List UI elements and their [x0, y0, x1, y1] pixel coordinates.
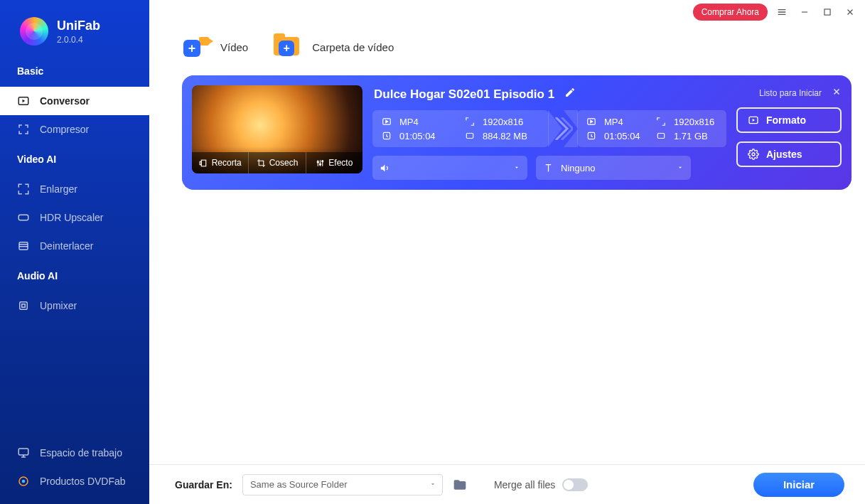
plus-icon: + — [279, 41, 294, 56]
sidebar-label: Espacio de trabajo — [40, 447, 122, 459]
menu-icon[interactable] — [773, 4, 790, 21]
sidebar-label: Conversor — [40, 95, 90, 107]
svg-point-6 — [22, 480, 26, 483]
add-video-button[interactable]: + Vídeo — [182, 34, 248, 60]
ajustes-label: Ajustes — [766, 149, 802, 160]
dvdfab-icon — [17, 475, 30, 488]
main: Comprar Ahora + Vídeo — [149, 0, 865, 504]
sidebar-item-workspace[interactable]: Espacio de trabajo — [0, 439, 149, 467]
buy-now-button[interactable]: Comprar Ahora — [693, 4, 768, 21]
sidebar-label: Upmixer — [40, 300, 77, 311]
compress-icon — [17, 123, 30, 136]
svg-rect-3 — [20, 302, 28, 310]
merge-toggle[interactable] — [562, 478, 588, 491]
size-icon — [655, 130, 667, 141]
ajustes-button[interactable]: Ajustes — [736, 141, 842, 167]
formato-button[interactable]: Formato — [736, 107, 842, 133]
output-resolution: 1920x816 — [674, 117, 718, 127]
sidebar-item-hdr-upscaler[interactable]: HDR Upscaler — [0, 203, 149, 232]
sidebar-item-enlarger[interactable]: Enlarger — [0, 175, 149, 203]
svg-rect-1 — [18, 215, 28, 220]
task-title: Dulce Hogar S02e01 Episodio 1 — [374, 87, 554, 102]
upmix-icon — [17, 299, 30, 312]
svg-point-10 — [317, 161, 318, 162]
resolution-icon — [464, 116, 476, 127]
sidebar-label: Compresor — [40, 124, 89, 135]
sidebar-item-conversor[interactable]: Conversor — [0, 87, 149, 115]
start-button[interactable]: Iniciar — [753, 473, 844, 497]
subtitle-select[interactable]: Ninguno — [536, 156, 691, 180]
task-card: Recorta Cosech Efecto Dulce Hogar S02e01… — [182, 75, 851, 190]
svg-point-11 — [320, 163, 321, 165]
deinterlace-icon — [17, 240, 30, 252]
output-format: MP4 — [604, 117, 648, 127]
edit-tab-efectos[interactable]: Efecto — [306, 152, 362, 173]
arrow-icon — [549, 110, 577, 147]
section-audio-ai: Audio AI — [0, 264, 149, 291]
edit-tab-recortar[interactable]: Recorta — [192, 152, 249, 173]
minimize-icon[interactable] — [796, 4, 813, 21]
expand-icon — [17, 183, 30, 195]
play-square-icon — [17, 95, 30, 107]
app-version: 2.0.0.4 — [57, 35, 100, 45]
play-circle-icon — [748, 114, 759, 126]
audio-track-select[interactable] — [372, 156, 527, 180]
subtitle-value: Ninguno — [561, 163, 595, 173]
svg-rect-18 — [657, 134, 664, 139]
open-folder-icon[interactable] — [453, 478, 467, 492]
chevron-down-icon — [677, 163, 684, 173]
format-icon — [586, 116, 597, 127]
edit-tab-cosechar[interactable]: Cosech — [249, 152, 306, 173]
svg-point-12 — [322, 160, 323, 161]
save-folder-value: Same as Source Folder — [250, 479, 348, 490]
sidebar-label: HDR Upscaler — [40, 212, 103, 223]
edit-tab-label: Recorta — [212, 158, 242, 168]
size-icon — [464, 130, 476, 141]
input-duration: 01:05:04 — [399, 131, 457, 141]
save-folder-select[interactable]: Same as Source Folder — [242, 474, 443, 495]
sidebar-item-deinterlacer[interactable]: Deinterlacer — [0, 232, 149, 260]
titlebar: Comprar Ahora — [686, 0, 865, 24]
chevron-down-icon — [513, 163, 520, 173]
maximize-icon[interactable] — [819, 4, 836, 21]
section-video-ai: Video AI — [0, 148, 149, 175]
output-duration: 01:05:04 — [604, 131, 648, 141]
sidebar-item-products[interactable]: Productos DVDFab — [0, 467, 149, 495]
chevron-down-icon — [429, 479, 436, 490]
merge-label: Merge all files — [494, 479, 555, 490]
sidebar-item-upmixer[interactable]: Upmixer — [0, 291, 149, 320]
clock-icon — [586, 130, 597, 141]
add-video-label: Vídeo — [220, 41, 248, 53]
sidebar-label: Deinterlacer — [40, 240, 93, 252]
input-info: MP4 1920x816 01:05:04 884.82 MB — [372, 110, 549, 147]
save-in-label: Guardar En: — [175, 479, 232, 490]
edit-tab-label: Efecto — [328, 158, 353, 168]
close-icon[interactable] — [842, 4, 859, 21]
svg-point-20 — [752, 153, 755, 156]
bottom-bar: Guardar En: Same as Source Folder Merge … — [149, 464, 865, 504]
input-resolution: 1920x816 — [483, 117, 540, 127]
input-size: 884.82 MB — [483, 131, 540, 141]
brand-block: UniFab 2.0.0.4 — [0, 0, 149, 60]
input-format: MP4 — [399, 117, 457, 127]
svg-rect-9 — [200, 161, 201, 164]
format-icon — [381, 116, 392, 127]
camera-icon — [199, 37, 209, 45]
sidebar-label: Enlarger — [40, 183, 77, 195]
monitor-icon — [17, 446, 30, 459]
sidebar-item-compresor[interactable]: Compresor — [0, 115, 149, 144]
remove-task-icon[interactable] — [832, 87, 842, 99]
output-size: 1.71 GB — [674, 131, 718, 141]
task-status: Listo para Iniciar — [759, 88, 822, 98]
svg-rect-8 — [201, 160, 206, 166]
add-folder-button[interactable]: + Carpeta de vídeo — [274, 34, 394, 60]
formato-label: Formato — [766, 114, 806, 126]
speaker-icon — [380, 163, 390, 173]
section-basic: Basic — [0, 60, 149, 87]
add-folder-label: Carpeta de vídeo — [312, 41, 394, 53]
svg-rect-7 — [824, 9, 830, 15]
resolution-icon — [655, 116, 667, 127]
clock-icon — [381, 130, 392, 141]
svg-rect-4 — [18, 449, 28, 455]
edit-title-icon[interactable] — [564, 87, 576, 102]
